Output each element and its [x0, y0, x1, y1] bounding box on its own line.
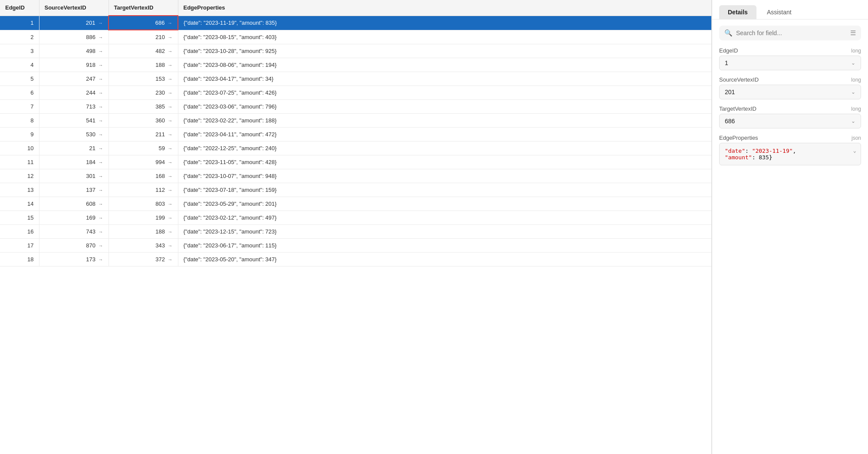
- table-row[interactable]: 5247 →153 →{"date": "2023-04-17", "amoun…: [0, 72, 711, 86]
- arrow-source-icon: →: [99, 90, 103, 95]
- cell-edgeid: 3: [0, 44, 39, 58]
- table-row[interactable]: 9530 →211 →{"date": "2023-04-11", "amoun…: [0, 128, 711, 141]
- cell-targetvertexid: 210 →: [108, 30, 178, 44]
- field-sourcevertexid-label-row: SourceVertexID long: [719, 76, 861, 83]
- field-edgeid-value-box[interactable]: 1 ⌄: [719, 56, 861, 70]
- table-row[interactable]: 13137 →112 →{"date": "2023-07-18", "amou…: [0, 183, 711, 197]
- arrow-target-icon: →: [168, 90, 173, 95]
- search-bar[interactable]: 🔍 ☰: [719, 26, 861, 40]
- table-row[interactable]: 12301 →168 →{"date": "2023-10-07", "amou…: [0, 169, 711, 183]
- cell-sourcevertexid: 743 →: [39, 225, 108, 239]
- cell-edgeproperties: {"date": "2023-05-20", "amount": 347}: [178, 253, 711, 266]
- cell-targetvertexid: 188 →: [108, 225, 178, 239]
- arrow-target-icon: →: [168, 104, 173, 109]
- col-header-edgeproperties[interactable]: EdgeProperties: [178, 0, 711, 16]
- arrow-target-icon: →: [168, 132, 173, 137]
- table-row[interactable]: 17870 →343 →{"date": "2023-06-17", "amou…: [0, 239, 711, 253]
- field-edgeproperties-label-row: EdgeProperties json: [719, 135, 861, 141]
- cell-sourcevertexid: 21 →: [39, 141, 108, 155]
- cell-edgeid: 11: [0, 155, 39, 169]
- field-sourcevertexid-value-box[interactable]: 201 ⌄: [719, 85, 861, 99]
- table-wrapper[interactable]: EdgeID SourceVertexID TargetVertexID Edg…: [0, 0, 711, 454]
- arrow-source-icon: →: [99, 201, 103, 207]
- table-row[interactable]: 16743 →188 →{"date": "2023-12-15", "amou…: [0, 225, 711, 239]
- cell-targetvertexid: 686 →: [108, 16, 178, 30]
- right-panel: Details Assistant 🔍 ☰ EdgeID long 1 ⌄ So…: [712, 0, 868, 454]
- arrow-source-icon: →: [99, 229, 103, 234]
- table-row[interactable]: 7713 →385 →{"date": "2023-03-06", "amoun…: [0, 100, 711, 114]
- arrow-target-icon: →: [168, 160, 173, 165]
- cell-targetvertexid: 360 →: [108, 114, 178, 128]
- arrow-target-icon: →: [168, 35, 173, 40]
- field-edgeproperties-value-box[interactable]: ⌄ "date": "2023-11-19", "amount": 835}: [719, 143, 861, 165]
- table-row[interactable]: 1021 →59 →{"date": "2022-12-25", "amount…: [0, 141, 711, 155]
- table-row[interactable]: 8541 →360 →{"date": "2023-02-22", "amoun…: [0, 114, 711, 128]
- col-header-edgeid[interactable]: EdgeID: [0, 0, 39, 16]
- table-row[interactable]: 4918 →188 →{"date": "2023-08-06", "amoun…: [0, 58, 711, 72]
- search-icon: 🔍: [724, 29, 733, 37]
- cell-edgeid: 9: [0, 128, 39, 141]
- cell-targetvertexid: 372 →: [108, 253, 178, 266]
- table-row[interactable]: 6244 →230 →{"date": "2023-07-25", "amoun…: [0, 86, 711, 100]
- cell-sourcevertexid: 886 →: [39, 30, 108, 44]
- arrow-target-icon: →: [168, 63, 173, 68]
- cell-sourcevertexid: 244 →: [39, 86, 108, 100]
- field-sourcevertexid-type: long: [851, 77, 861, 83]
- cell-targetvertexid: 385 →: [108, 100, 178, 114]
- table-row[interactable]: 14608 →803 →{"date": "2023-05-29", "amou…: [0, 197, 711, 211]
- arrow-target-icon: →: [168, 188, 173, 193]
- table-row[interactable]: 3498 →482 →{"date": "2023-10-28", "amoun…: [0, 44, 711, 58]
- field-edgeid-section: EdgeID long 1 ⌄: [719, 47, 861, 70]
- field-targetvertexid-value: 686: [725, 118, 735, 125]
- cell-sourcevertexid: 184 →: [39, 155, 108, 169]
- field-sourcevertexid-value: 201: [725, 89, 735, 95]
- cell-edgeid: 13: [0, 183, 39, 197]
- cell-sourcevertexid: 498 →: [39, 44, 108, 58]
- panel-tabs: Details Assistant: [712, 0, 868, 20]
- table-area: EdgeID SourceVertexID TargetVertexID Edg…: [0, 0, 712, 454]
- cell-sourcevertexid: 201 →: [39, 16, 108, 30]
- field-targetvertexid-section: TargetVertexID long 686 ⌄: [719, 105, 861, 128]
- arrow-target-icon: →: [168, 118, 173, 123]
- cell-edgeproperties: {"date": "2023-07-18", "amount": 159}: [178, 183, 711, 197]
- field-targetvertexid-value-box[interactable]: 686 ⌄: [719, 114, 861, 128]
- cell-edgeproperties: {"date": "2023-03-06", "amount": 796}: [178, 100, 711, 114]
- cell-edgeid: 16: [0, 225, 39, 239]
- cell-sourcevertexid: 247 →: [39, 72, 108, 86]
- arrow-source-icon: →: [99, 118, 103, 123]
- table-row[interactable]: 2886 →210 →{"date": "2023-08-15", "amoun…: [0, 30, 711, 44]
- search-input[interactable]: [736, 30, 847, 36]
- table-row[interactable]: 11184 →994 →{"date": "2023-11-05", "amou…: [0, 155, 711, 169]
- cell-edgeid: 6: [0, 86, 39, 100]
- arrow-source-icon: →: [99, 243, 103, 248]
- arrow-target-icon: →: [168, 76, 173, 82]
- cell-edgeproperties: {"date": "2023-02-22", "amount": 188}: [178, 114, 711, 128]
- arrow-source-icon: →: [99, 146, 103, 151]
- data-table: EdgeID SourceVertexID TargetVertexID Edg…: [0, 0, 711, 266]
- cell-sourcevertexid: 870 →: [39, 239, 108, 253]
- col-header-sourcevertexid[interactable]: SourceVertexID: [39, 0, 108, 16]
- arrow-target-icon: →: [168, 215, 173, 220]
- arrow-source-icon: →: [99, 104, 103, 109]
- table-row[interactable]: 1201 →686 →{"date": "2023-11-19", "amoun…: [0, 16, 711, 30]
- table-row[interactable]: 18173 →372 →{"date": "2023-05-20", "amou…: [0, 253, 711, 266]
- cell-edgeproperties: {"date": "2022-12-25", "amount": 240}: [178, 141, 711, 155]
- panel-content: 🔍 ☰ EdgeID long 1 ⌄ SourceVertexID long …: [712, 20, 868, 454]
- tab-assistant[interactable]: Assistant: [758, 5, 800, 19]
- col-header-targetvertexid[interactable]: TargetVertexID: [108, 0, 178, 16]
- cell-sourcevertexid: 713 →: [39, 100, 108, 114]
- filter-icon[interactable]: ☰: [850, 29, 856, 37]
- cell-edgeproperties: {"date": "2023-06-17", "amount": 115}: [178, 239, 711, 253]
- arrow-source-icon: →: [99, 160, 103, 165]
- json-comma: ,: [793, 148, 796, 154]
- arrow-target-icon: →: [168, 146, 173, 151]
- table-row[interactable]: 15169 →199 →{"date": "2023-02-12", "amou…: [0, 211, 711, 225]
- field-edgeproperties-section: EdgeProperties json ⌄ "date": "2023-11-1…: [719, 135, 861, 165]
- tab-details[interactable]: Details: [719, 5, 756, 19]
- arrow-source-icon: →: [99, 257, 103, 262]
- cell-edgeproperties: {"date": "2023-02-12", "amount": 497}: [178, 211, 711, 225]
- chevron-edgeproperties-icon: ⌄: [853, 148, 856, 154]
- arrow-source-icon: →: [99, 174, 103, 179]
- json-amount-key: "amount": [725, 154, 752, 161]
- arrow-source-icon: →: [98, 20, 103, 26]
